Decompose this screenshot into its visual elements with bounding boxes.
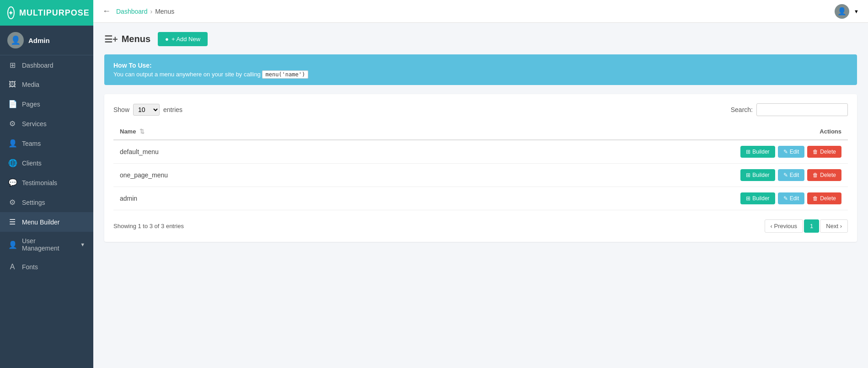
info-title: How To Use: <box>113 62 848 69</box>
sidebar-item-label: Menu Builder <box>22 219 60 226</box>
sidebar: ✦ MULTIPURPOSE 👤 Admin ⊞ Dashboard 🖼 Med… <box>0 0 93 368</box>
breadcrumb-dashboard[interactable]: Dashboard <box>116 8 148 15</box>
sidebar-item-label: Services <box>22 120 47 128</box>
back-button[interactable]: ← <box>102 6 111 16</box>
admin-section: 👤 Admin <box>0 26 93 55</box>
sidebar-item-label: Dashboard <box>22 62 54 69</box>
entries-select[interactable]: 10 25 50 100 <box>133 104 160 116</box>
sort-icon[interactable]: ⇅ <box>139 128 145 135</box>
sidebar-item-label: Teams <box>22 140 41 147</box>
sidebar-item-clients[interactable]: 🌐 Clients <box>0 153 93 173</box>
table-card: Show 10 25 50 100 entries Search: <box>104 94 857 242</box>
col-actions: Actions <box>370 123 848 140</box>
breadcrumb: Dashboard › Menus <box>116 8 174 15</box>
info-code: menu('name') <box>262 70 308 79</box>
topbar-right: 👤 ▼ <box>835 4 859 19</box>
table-row: default_menu ⊞ Builder ✎ Edit 🗑 Delete <box>113 140 848 164</box>
main-content: ← Dashboard › Menus 👤 ▼ ☰+ Menus ● + Add… <box>93 0 868 368</box>
builder-button[interactable]: ⊞ Builder <box>740 169 775 181</box>
edit-label: Edit <box>790 195 799 202</box>
previous-button[interactable]: ‹ Previous <box>765 219 804 233</box>
builder-button[interactable]: ⊞ Builder <box>740 192 775 204</box>
sidebar-item-label: Clients <box>22 160 42 167</box>
sidebar-item-settings[interactable]: ⚙ Settings <box>0 192 93 212</box>
col-name: Name ⇅ <box>113 123 370 140</box>
sidebar-item-label: User Management <box>22 237 75 252</box>
sidebar-item-media[interactable]: 🖼 Media <box>0 75 93 94</box>
sidebar-item-label: Media <box>22 81 39 88</box>
content-area: ☰+ Menus ● + Add New How To Use: You can… <box>93 23 868 368</box>
menus-table: Name ⇅ Actions default_menu ⊞ Builder <box>113 123 848 210</box>
trash-icon: 🗑 <box>813 172 818 178</box>
delete-label: Delete <box>820 195 836 202</box>
trash-icon: 🗑 <box>813 195 818 202</box>
page-header: ☰+ Menus ● + Add New <box>104 32 857 46</box>
builder-button[interactable]: ⊞ Builder <box>740 146 775 158</box>
media-icon: 🖼 <box>8 80 16 89</box>
builder-icon: ⊞ <box>746 149 750 155</box>
sidebar-item-label: Pages <box>22 101 40 108</box>
sidebar-item-label: Testimonials <box>22 179 57 187</box>
pagination-row: Showing 1 to 3 of 3 entries ‹ Previous 1… <box>113 219 848 233</box>
user-management-icon: 👤 <box>8 240 16 249</box>
info-box: How To Use: You can output a menu anywhe… <box>104 54 857 85</box>
search-control: Search: <box>731 103 848 116</box>
col-name-label: Name <box>120 128 136 135</box>
sidebar-item-dashboard[interactable]: ⊞ Dashboard <box>0 55 93 75</box>
table-row: one_page_menu ⊞ Builder ✎ Edit 🗑 Delete <box>113 164 848 187</box>
table-row: admin ⊞ Builder ✎ Edit 🗑 Delete <box>113 187 848 210</box>
add-new-label: + Add New <box>171 36 200 43</box>
admin-name: Admin <box>28 37 50 44</box>
entries-label: entries <box>163 106 182 113</box>
sidebar-item-user-management[interactable]: 👤 User Management ▼ <box>0 232 93 257</box>
user-avatar[interactable]: 👤 <box>835 4 849 19</box>
add-new-button[interactable]: ● + Add New <box>158 32 208 46</box>
menu-builder-icon: ☰ <box>8 218 16 226</box>
delete-label: Delete <box>820 172 836 178</box>
row-name: admin <box>113 187 370 210</box>
clients-icon: 🌐 <box>8 159 16 167</box>
builder-icon: ⊞ <box>746 195 750 202</box>
testimonials-icon: 💬 <box>8 178 16 187</box>
sidebar-item-services[interactable]: ⚙ Services <box>0 114 93 133</box>
page-1-button[interactable]: 1 <box>804 219 819 233</box>
delete-button[interactable]: 🗑 Delete <box>807 192 841 204</box>
user-dropdown-icon[interactable]: ▼ <box>854 9 859 14</box>
topbar: ← Dashboard › Menus 👤 ▼ <box>93 0 868 23</box>
settings-icon: ⚙ <box>8 198 16 207</box>
edit-button[interactable]: ✎ Edit <box>778 146 805 158</box>
actions-cell: ⊞ Builder ✎ Edit 🗑 Delete <box>376 192 841 204</box>
services-icon: ⚙ <box>8 119 16 128</box>
sidebar-item-pages[interactable]: 📄 Pages <box>0 94 93 114</box>
next-button[interactable]: Next › <box>820 219 848 233</box>
edit-icon: ✎ <box>783 149 788 155</box>
sidebar-item-menu-builder[interactable]: ☰ Menu Builder <box>0 212 93 232</box>
page-title: ☰+ Menus <box>104 34 150 45</box>
menus-icon: ☰+ <box>104 34 118 45</box>
delete-label: Delete <box>820 149 836 155</box>
breadcrumb-separator: › <box>150 8 153 15</box>
sidebar-item-fonts[interactable]: A Fonts <box>0 257 93 277</box>
avatar: 👤 <box>7 32 24 48</box>
actions-cell: ⊞ Builder ✎ Edit 🗑 Delete <box>376 146 841 158</box>
edit-icon: ✎ <box>783 172 788 178</box>
delete-button[interactable]: 🗑 Delete <box>807 169 841 181</box>
edit-label: Edit <box>790 172 799 178</box>
edit-label: Edit <box>790 149 799 155</box>
show-label: Show <box>113 106 129 113</box>
page-title-text: Menus <box>122 34 150 44</box>
delete-button[interactable]: 🗑 Delete <box>807 146 841 158</box>
row-name: one_page_menu <box>113 164 370 187</box>
sidebar-header: ✦ MULTIPURPOSE <box>0 0 93 26</box>
breadcrumb-current: Menus <box>155 8 174 15</box>
edit-button[interactable]: ✎ Edit <box>778 192 805 204</box>
sidebar-item-testimonials[interactable]: 💬 Testimonials <box>0 173 93 192</box>
builder-label: Builder <box>752 172 769 178</box>
edit-button[interactable]: ✎ Edit <box>778 169 805 181</box>
builder-label: Builder <box>752 195 769 202</box>
search-input[interactable] <box>756 103 848 116</box>
trash-icon: 🗑 <box>813 149 818 155</box>
sidebar-item-label: Fonts <box>22 263 38 271</box>
sidebar-item-teams[interactable]: 👤 Teams <box>0 133 93 153</box>
add-new-icon: ● <box>165 36 169 43</box>
